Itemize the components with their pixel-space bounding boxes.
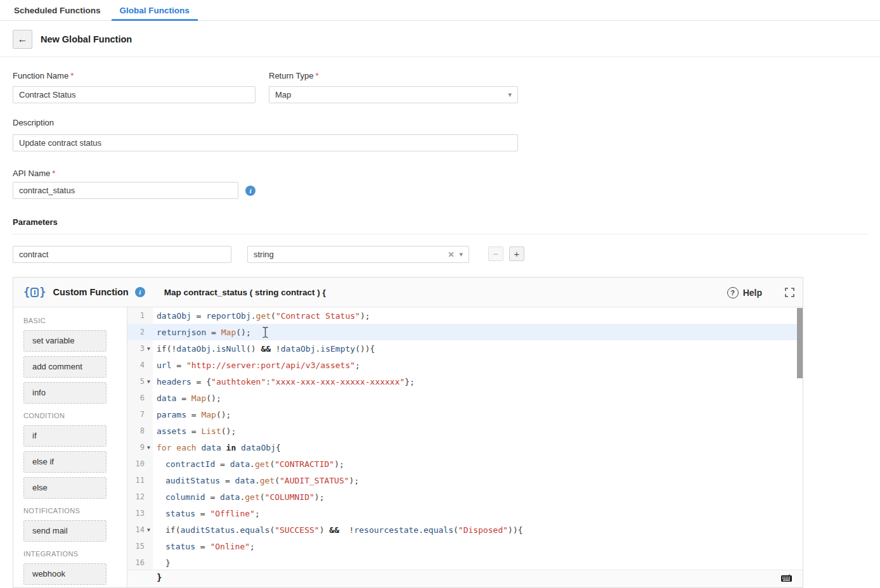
code-line[interactable]: 11auditStatus = data.get("AUDIT_STATUS")… xyxy=(127,472,803,489)
code-text: for each data in dataObj{ xyxy=(153,443,281,452)
scrollbar-thumb[interactable] xyxy=(797,308,803,378)
code-line[interactable]: 8assets = List(); xyxy=(127,423,803,439)
line-number: 13 xyxy=(136,509,145,518)
parameters-heading: Parameters xyxy=(13,217,58,227)
code-line[interactable]: 16} xyxy=(127,554,803,570)
line-number: 4 xyxy=(140,361,145,369)
line-gutter: 7 xyxy=(127,406,153,423)
line-number: 12 xyxy=(136,492,145,501)
line-number: 7 xyxy=(140,410,145,419)
line-gutter: 8 xyxy=(127,423,153,439)
editor-header: {} Custom Function i Map contract_status… xyxy=(13,278,803,307)
code-line[interactable]: 13status = "Offline"; xyxy=(127,505,803,521)
code-text: params = Map(); xyxy=(153,410,231,419)
line-gutter: 10 xyxy=(127,456,153,472)
custom-function-icon: {} xyxy=(23,286,46,298)
line-number: 5 xyxy=(140,377,145,386)
back-button[interactable]: ← xyxy=(13,30,32,49)
code-line[interactable]: 6data = Map(); xyxy=(127,390,803,406)
code-line[interactable]: 7params = Map(); xyxy=(127,406,803,423)
sidebar-section-label: NOTIFICATIONS xyxy=(23,507,127,514)
tab-scheduled-functions[interactable]: Scheduled Functions xyxy=(6,0,109,21)
code-line[interactable]: 2returnjson = Map(); xyxy=(127,324,803,340)
add-parameter-button[interactable]: + xyxy=(509,246,524,261)
code-area[interactable]: 1dataObj = reportObj.get("Contract Statu… xyxy=(127,307,803,570)
task-item-else[interactable]: else xyxy=(23,477,107,499)
task-item-if[interactable]: if xyxy=(23,425,107,447)
parameters-divider xyxy=(13,234,867,234)
code-line[interactable]: 12columnid = data.get("COLUMNID"); xyxy=(127,489,803,505)
fold-arrow-icon[interactable]: ▼ xyxy=(145,379,153,385)
info-icon[interactable]: i xyxy=(135,287,145,297)
code-line[interactable]: 4url = "http://server:port/api/v3/assets… xyxy=(127,357,803,373)
task-item-send-mail[interactable]: send mail xyxy=(23,520,107,542)
sidebar-section-label: BASIC xyxy=(23,317,127,324)
line-gutter: 3▼ xyxy=(127,340,153,357)
code-text: status = "Online"; xyxy=(153,542,255,551)
line-gutter: 11 xyxy=(127,472,153,489)
fold-arrow-icon[interactable]: ▼ xyxy=(145,445,153,451)
remove-parameter-button[interactable]: − xyxy=(488,246,503,261)
line-gutter: 9▼ xyxy=(127,439,153,456)
line-gutter: 14▼ xyxy=(127,521,153,538)
fold-arrow-icon[interactable]: ▼ xyxy=(145,527,153,533)
code-line[interactable]: 14▼if(auditStatus.equals("SUCCESS") && !… xyxy=(127,521,803,538)
help-button[interactable]: ? Help xyxy=(727,278,762,307)
sidebar-section-label: CONDITION xyxy=(23,412,127,419)
line-gutter: 16 xyxy=(127,554,153,570)
code-line[interactable]: 1dataObj = reportObj.get("Contract Statu… xyxy=(127,307,803,324)
description-input[interactable] xyxy=(13,134,518,151)
line-number: 9 xyxy=(140,443,145,452)
task-item-else-if[interactable]: else if xyxy=(23,451,107,473)
closing-brace: } xyxy=(157,572,162,582)
return-type-label: Return Type* xyxy=(269,71,319,80)
parameter-type-select[interactable]: string ✕ ▾ xyxy=(247,246,469,263)
required-marker: * xyxy=(52,169,55,178)
code-text: if(!dataObj.isNull() && !dataObj.isEmpty… xyxy=(153,344,375,354)
code-line[interactable]: 5▼headers = {"authtoken":"xxxx-xxx-xxx-x… xyxy=(127,373,803,390)
line-number: 10 xyxy=(136,459,145,468)
keyboard-icon[interactable] xyxy=(780,573,793,582)
line-number: 15 xyxy=(136,542,145,551)
code-line[interactable]: 9▼for each data in dataObj{ xyxy=(127,439,803,456)
question-mark-icon: ? xyxy=(727,287,739,298)
function-name-input[interactable] xyxy=(13,86,256,103)
editor-footer: } xyxy=(127,570,803,587)
task-item-add-comment[interactable]: add comment xyxy=(23,356,107,378)
tab-global-functions[interactable]: Global Functions xyxy=(112,0,198,21)
parameter-name-input[interactable] xyxy=(13,246,231,263)
code-line[interactable]: 10contractId = data.get("CONTRACTID"); xyxy=(127,456,803,472)
function-name-label: Function Name* xyxy=(13,71,74,80)
description-label: Description xyxy=(13,118,54,127)
line-gutter: 6 xyxy=(127,390,153,406)
line-gutter: 13 xyxy=(127,505,153,521)
code-line[interactable]: 15status = "Online"; xyxy=(127,538,803,554)
code-text: contractId = data.get("CONTRACTID"); xyxy=(153,459,344,469)
fold-arrow-icon[interactable]: ▼ xyxy=(145,346,153,352)
line-number: 16 xyxy=(136,558,145,567)
task-item-info[interactable]: info xyxy=(23,382,107,404)
line-gutter: 2 xyxy=(127,324,153,340)
task-item-webhook[interactable]: webhook xyxy=(23,563,107,585)
function-tabs: Scheduled Functions Global Functions xyxy=(0,0,880,21)
clear-icon[interactable]: ✕ xyxy=(448,250,454,259)
line-number: 6 xyxy=(140,393,145,402)
chevron-down-icon: ▾ xyxy=(508,91,512,99)
task-item-set-variable[interactable]: set variable xyxy=(23,330,107,352)
new-global-function-page: Scheduled Functions Global Functions ← N… xyxy=(0,0,880,588)
code-text: url = "http://server:port/api/v3/assets"… xyxy=(153,361,360,370)
return-type-select[interactable]: Map ▾ xyxy=(269,86,518,103)
api-name-label: API Name* xyxy=(13,169,55,178)
fullscreen-icon[interactable] xyxy=(785,288,794,297)
line-number: 8 xyxy=(140,426,145,435)
deluge-task-sidebar: BASICset variableadd commentinfoCONDITIO… xyxy=(13,307,127,587)
line-gutter: 1 xyxy=(127,307,153,324)
chevron-down-icon: ▾ xyxy=(459,250,463,259)
code-editor[interactable]: 1dataObj = reportObj.get("Contract Statu… xyxy=(127,307,803,587)
line-number: 1 xyxy=(140,311,145,320)
arrow-left-icon: ← xyxy=(18,34,28,44)
code-line[interactable]: 3▼if(!dataObj.isNull() && !dataObj.isEmp… xyxy=(127,340,803,357)
info-icon[interactable]: i xyxy=(245,186,256,196)
code-text: dataObj = reportObj.get("Contract Status… xyxy=(153,311,370,321)
api-name-input[interactable] xyxy=(13,182,238,199)
